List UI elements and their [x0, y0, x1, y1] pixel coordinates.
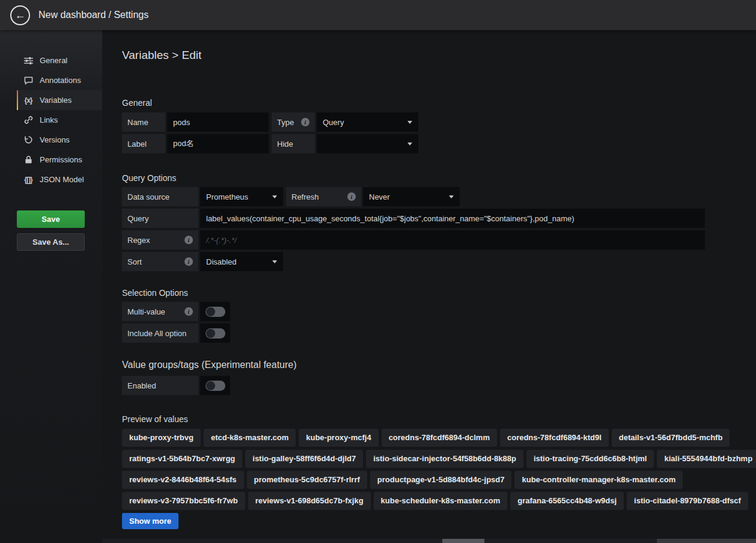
scrollbar-segment[interactable] — [657, 539, 756, 543]
include-all-label: Include All option — [122, 324, 198, 343]
show-more-button[interactable]: Show more — [122, 513, 178, 529]
settings-sidebar: GeneralAnnotations{x}VariablesLinksVersi… — [0, 30, 102, 543]
value-groups-heading: Value groups/tags (Experimental feature) — [122, 360, 756, 370]
preview-value-chip: etcd-k8s-master.com — [204, 429, 296, 447]
preview-value-chip: kube-proxy-trbvg — [122, 429, 201, 447]
refresh-label: Refresh i — [286, 187, 361, 206]
data-source-select[interactable]: Prometheus — [200, 187, 283, 206]
multi-value-info-icon[interactable]: i — [184, 307, 193, 316]
multi-value-label: Multi-value i — [122, 302, 198, 321]
preview-value-chip: ratings-v1-5b64b7bc7-xwrgg — [122, 450, 242, 468]
label-input[interactable] — [167, 134, 269, 153]
sliders-icon — [22, 57, 34, 65]
enabled-label: Enabled — [122, 376, 198, 395]
chevron-down-icon — [449, 195, 454, 198]
regex-field-label: Regex i — [122, 230, 198, 250]
sort-field-label: Sort i — [122, 252, 198, 271]
selection-options-heading: Selection Options — [122, 288, 756, 298]
refresh-info-icon[interactable]: i — [347, 192, 356, 201]
sidebar-item-general[interactable]: General — [17, 51, 102, 70]
preview-value-chip: istio-galley-58ff6f6d4d-djld7 — [245, 450, 363, 468]
scrollbar-thumb[interactable] — [442, 539, 484, 543]
chevron-down-icon — [272, 195, 277, 198]
preview-value-chip: coredns-78fcdf6894-dclmm — [382, 429, 497, 447]
horizontal-scrollbar — [102, 539, 756, 543]
variables-edit-page: Variables > Edit General Name Type i Que… — [102, 30, 756, 543]
hide-select[interactable] — [317, 134, 418, 153]
preview-values: kube-proxy-trbvgetcd-k8s-master.comkube-… — [122, 429, 756, 510]
preview-value-chip: kube-controller-manager-k8s-master.com — [514, 471, 683, 489]
sidebar-item-variables[interactable]: {x}Variables — [17, 90, 102, 110]
lock-icon — [22, 155, 34, 164]
sidebar-item-json-model[interactable]: {[]}JSON Model — [17, 170, 102, 189]
chevron-down-icon — [407, 143, 412, 146]
link-icon — [22, 115, 34, 124]
query-options-section: Data source Prometheus Refresh i Never Q… — [122, 187, 756, 271]
query-field-label: Query — [122, 209, 198, 228]
sidebar-item-label: Versions — [40, 135, 70, 144]
regex-info-icon[interactable]: i — [184, 236, 193, 244]
general-section: Name Type i Query Label Hide — [122, 112, 756, 153]
label-field-label: Label — [122, 134, 165, 153]
navbar: ← New dashboard / Settings — [0, 0, 756, 30]
selection-options-section: Multi-value i Include All option — [122, 302, 756, 343]
page-title: Variables > Edit — [122, 49, 756, 62]
preview-value-chip: kiali-5554944bfd-bzhmp — [657, 450, 756, 468]
settings-nav: GeneralAnnotations{x}VariablesLinksVersi… — [0, 30, 102, 189]
chevron-down-icon — [407, 121, 412, 124]
preview-value-chip: kube-scheduler-k8s-master.com — [374, 492, 508, 510]
save-button[interactable]: Save — [17, 210, 85, 228]
preview-heading: Preview of values — [122, 414, 756, 424]
include-all-toggle[interactable] — [200, 324, 230, 343]
sidebar-item-label: Permissions — [40, 155, 82, 164]
preview-value-chip: istio-citadel-8979b7688-dfscf — [627, 492, 748, 510]
sidebar-item-label: JSON Model — [40, 175, 84, 184]
type-select[interactable]: Query — [317, 112, 418, 132]
hide-field-label: Hide — [272, 134, 315, 153]
type-info-icon[interactable]: i — [301, 118, 309, 126]
preview-value-chip: istio-sidecar-injector-54f58b6dd-8k88p — [366, 450, 523, 468]
multi-value-toggle[interactable] — [200, 302, 230, 321]
breadcrumb: New dashboard / Settings — [38, 10, 148, 20]
preview-value-chip: productpage-v1-5d884bfd4c-jpsd7 — [370, 471, 512, 489]
preview-value-chip: coredns-78fcdf6894-ktd9l — [500, 429, 609, 447]
type-field-label: Type i — [272, 112, 315, 132]
preview-value-chip: reviews-v1-698d65dc7b-fxjkg — [248, 492, 371, 510]
back-button[interactable]: ← — [10, 5, 30, 25]
chevron-down-icon — [272, 260, 277, 263]
sidebar-item-versions[interactable]: Versions — [17, 130, 102, 150]
preview-value-chip: prometheus-5c9dc6757f-rlrrf — [247, 471, 367, 489]
sidebar-item-label: Annotations — [40, 76, 81, 85]
sort-select[interactable]: Disabled — [200, 252, 283, 271]
value-groups-section: Enabled — [122, 376, 756, 395]
general-section-heading: General — [122, 98, 756, 108]
regex-input[interactable] — [200, 230, 705, 250]
json-icon: {[]} — [22, 176, 34, 184]
name-input[interactable] — [167, 112, 269, 132]
save-as-button[interactable]: Save As... — [17, 233, 85, 251]
back-arrow-icon: ← — [15, 10, 26, 20]
query-options-heading: Query Options — [122, 173, 756, 183]
sidebar-item-links[interactable]: Links — [17, 110, 102, 130]
name-field-label: Name — [122, 112, 165, 132]
sidebar-item-annotations[interactable]: Annotations — [17, 70, 102, 90]
preview-value-chip: details-v1-56d7fbdd5-mchfb — [612, 429, 730, 447]
sidebar-item-permissions[interactable]: Permissions — [17, 150, 102, 170]
sort-info-icon[interactable]: i — [184, 257, 193, 266]
data-source-label: Data source — [122, 187, 198, 206]
preview-value-chip: grafana-6565cc4b48-w9dsj — [510, 492, 624, 510]
variables-icon: {x} — [22, 96, 34, 105]
enabled-toggle[interactable] — [200, 376, 230, 395]
preview-value-chip: istio-tracing-75cdd6c6b8-htjml — [526, 450, 654, 468]
refresh-select[interactable]: Never — [363, 187, 460, 206]
comment-icon — [22, 76, 34, 85]
preview-value-chip: reviews-v3-7957bbc5f6-fr7wb — [122, 492, 245, 510]
history-icon — [22, 135, 34, 144]
sidebar-item-label: Variables — [40, 96, 72, 105]
sidebar-item-label: Links — [40, 115, 58, 124]
preview-value-chip: kube-proxy-mcfj4 — [299, 429, 378, 447]
query-input[interactable] — [200, 209, 705, 228]
sidebar-item-label: General — [40, 56, 67, 65]
preview-value-chip: reviews-v2-8446b48f64-54sfs — [122, 471, 244, 489]
